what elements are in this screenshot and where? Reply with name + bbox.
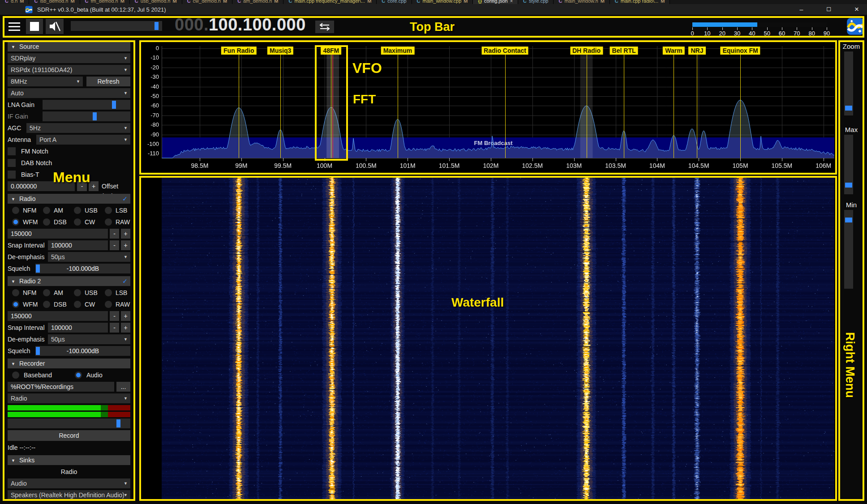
maximize-button[interactable]: ☐ (826, 6, 831, 13)
close-tab-icon[interactable]: × (510, 0, 513, 4)
editor-tab-label: config.json (484, 0, 508, 4)
file-type-icon: C (382, 0, 385, 4)
app-logo-icon (25, 6, 33, 13)
editor-tab-label: main.cpp radio\... (621, 0, 658, 4)
editor-tab[interactable]: Ccore.cpp (377, 0, 412, 4)
file-type-icon: C (187, 0, 191, 4)
annotation-waterfall-label: Waterfall (451, 295, 504, 310)
window-title: SDR++ v0.3.0_beta (Built at 00:12:37, Ju… (37, 6, 166, 13)
annotation-box-fft (139, 40, 837, 175)
minimize-button[interactable]: – (800, 6, 803, 13)
editor-tab[interactable]: Cd.hM (0, 0, 29, 4)
annotation-fft-label: FFT (353, 92, 376, 107)
editor-tab-label: cw_demod.h (193, 0, 221, 4)
modified-marker: M (120, 0, 124, 4)
editor-tab[interactable]: Cmain_window.hM (554, 0, 609, 4)
editor-tab[interactable]: Cam_demod.hM (232, 0, 283, 4)
file-type-icon: C (237, 0, 241, 4)
annotation-rightmenu-label: Right Menu (843, 332, 857, 398)
annotation-topbar-label: Top Bar (410, 20, 455, 34)
modified-marker: M (274, 0, 278, 4)
editor-tab-label: core.cpp (387, 0, 406, 4)
editor-tab[interactable]: Cmain.cpp radio\...M (610, 0, 670, 4)
editor-tab-label: style.cpp (529, 0, 548, 4)
modified-marker: M (464, 0, 468, 4)
titlebar: SDR++ v0.3.0_beta (Built at 00:12:37, Ju… (0, 4, 867, 15)
file-type-icon: C (288, 0, 292, 4)
editor-tab-label: main_window.cpp (422, 0, 461, 4)
annotation-box-menu (3, 40, 135, 501)
modified-marker: M (601, 0, 605, 4)
editor-tab[interactable]: Ccw_demod.hM (182, 0, 233, 4)
file-type-icon: C (417, 0, 421, 4)
editor-tab-label: d.h (11, 0, 17, 4)
editor-tab[interactable]: Cmain.cpp frequency_manager\...M (283, 0, 377, 4)
file-type-icon: {} (478, 0, 482, 4)
file-type-icon: C (615, 0, 618, 4)
annotation-box-waterfall (139, 176, 837, 501)
editor-tab-label: fm_demod.h (91, 0, 118, 4)
editor-tab-label: main.cpp frequency_manager\... (294, 0, 365, 4)
editor-tab[interactable]: Cfm_demod.hM (80, 0, 130, 4)
close-button[interactable]: × (854, 5, 859, 14)
modified-marker: M (70, 0, 74, 4)
file-type-icon: C (85, 0, 89, 4)
editor-tab-label: usb_demod.h (141, 0, 171, 4)
modified-marker: M (172, 0, 176, 4)
editor-tab[interactable]: Cmain_window.cppM (412, 0, 473, 4)
file-type-icon: C (558, 0, 562, 4)
editor-tab[interactable]: Cusb_demod.hM (130, 0, 182, 4)
annotation-box-rightmenu (838, 40, 864, 501)
editor-tab-label: am_demod.h (243, 0, 272, 4)
editor-tab[interactable]: {}config.json× (473, 0, 518, 4)
sdrpp-window: Cd.hMCisb_demod.hMCfm_demod.hMCusb_demod… (0, 0, 867, 504)
annotation-vfo-label: VFO (352, 60, 382, 77)
annotation-box-vfo (315, 45, 348, 161)
modified-marker: M (223, 0, 227, 4)
modified-marker: M (20, 0, 24, 4)
editor-tab[interactable]: Cisb_demod.hM (29, 0, 80, 4)
background-editor-tabstrip: Cd.hMCisb_demod.hMCfm_demod.hMCusb_demod… (0, 0, 867, 4)
annotation-menu-label: Menu (53, 169, 90, 186)
editor-tab-label: isb_demod.h (40, 0, 68, 4)
file-type-icon: C (34, 0, 38, 4)
modified-marker: M (367, 0, 371, 4)
file-type-icon: C (5, 0, 9, 4)
editor-tab[interactable]: Cstyle.cpp (518, 0, 554, 4)
file-type-icon: C (135, 0, 138, 4)
file-type-icon: C (523, 0, 527, 4)
modified-marker: M (661, 0, 665, 4)
editor-tab-label: main_window.h (564, 0, 598, 4)
